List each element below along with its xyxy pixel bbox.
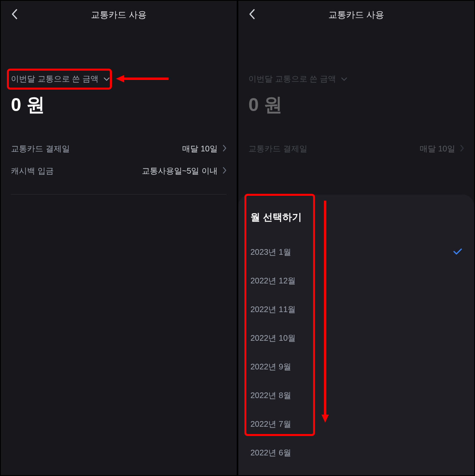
- page-title: 교통카드 사용: [328, 9, 384, 21]
- content-dimmed: 이번달 교통으로 쓴 금액 0 원 교통카드 결제일 매달 10일: [238, 29, 474, 172]
- info-label: 캐시백 입금: [11, 166, 54, 176]
- dropdown-label: 이번달 교통으로 쓴 금액: [11, 73, 99, 84]
- month-selector-sheet: 월 선택하기 2023년 1월 2022년 12월 2022년 11월 2022…: [238, 195, 474, 475]
- month-option[interactable]: 2022년 7월: [250, 410, 462, 438]
- month-label: 2022년 8월: [250, 390, 291, 401]
- dropdown-label: 이번달 교통으로 쓴 금액: [248, 73, 336, 84]
- screen-1: 교통카드 사용 이번달 교통으로 쓴 금액 0 원 교통카드 결제일 매달 10…: [0, 0, 238, 476]
- chevron-right-icon: [223, 167, 227, 176]
- month-label: 2022년 7월: [250, 419, 291, 430]
- amount-value: 0 원: [11, 92, 227, 117]
- month-list: 2023년 1월 2022년 12월 2022년 11월 2022년 10월 2…: [250, 238, 462, 467]
- month-option[interactable]: 2022년 9월: [250, 352, 462, 381]
- screen-2: 교통카드 사용 이번달 교통으로 쓴 금액 0 원 교통카드 결제일 매달 10…: [238, 0, 475, 476]
- info-list: 교통카드 결제일 매달 10일: [248, 138, 464, 172]
- amount-value: 0 원: [248, 92, 464, 117]
- payment-date-row[interactable]: 교통카드 결제일 매달 10일: [11, 138, 227, 160]
- header: 교통카드 사용: [1, 1, 237, 29]
- month-label: 2022년 6월: [250, 447, 291, 458]
- chevron-down-icon: [103, 75, 110, 83]
- back-icon[interactable]: [248, 8, 256, 22]
- sheet-title: 월 선택하기: [250, 211, 462, 224]
- payment-date-row: 교통카드 결제일 매달 10일: [248, 138, 464, 160]
- check-icon: [453, 248, 462, 256]
- month-label: 2023년 1월: [250, 247, 291, 258]
- cashback-row[interactable]: 캐시백 입금 교통사용일~5일 이내: [11, 160, 227, 182]
- month-dropdown: 이번달 교통으로 쓴 금액: [248, 73, 347, 84]
- content: 이번달 교통으로 쓴 금액 0 원 교통카드 결제일 매달 10일: [1, 29, 237, 195]
- info-value: 매달 10일: [182, 143, 218, 154]
- info-list: 교통카드 결제일 매달 10일 캐시백 입금 교통사용일~5일 이내: [11, 138, 227, 195]
- chevron-right-icon: [223, 145, 227, 153]
- header: 교통카드 사용: [238, 1, 474, 29]
- month-label: 2022년 9월: [250, 361, 291, 372]
- month-option[interactable]: 2022년 11월: [250, 295, 462, 324]
- info-label: 교통카드 결제일: [248, 143, 307, 154]
- month-option[interactable]: 2022년 6월: [250, 438, 462, 467]
- info-value: 교통사용일~5일 이내: [142, 166, 218, 176]
- info-label: 교통카드 결제일: [11, 143, 70, 154]
- month-option[interactable]: 2022년 12월: [250, 266, 462, 295]
- month-option[interactable]: 2022년 10월: [250, 324, 462, 352]
- month-option[interactable]: 2022년 8월: [250, 381, 462, 410]
- month-label: 2022년 11월: [250, 304, 296, 315]
- month-label: 2022년 10월: [250, 333, 296, 344]
- month-dropdown[interactable]: 이번달 교통으로 쓴 금액: [11, 73, 110, 84]
- month-label: 2022년 12월: [250, 275, 296, 286]
- info-value: 매달 10일: [420, 143, 455, 154]
- month-option[interactable]: 2023년 1월: [250, 238, 462, 266]
- chevron-down-icon: [341, 75, 347, 83]
- page-title: 교통카드 사용: [91, 9, 147, 21]
- chevron-right-icon: [460, 145, 464, 153]
- back-icon[interactable]: [11, 8, 18, 22]
